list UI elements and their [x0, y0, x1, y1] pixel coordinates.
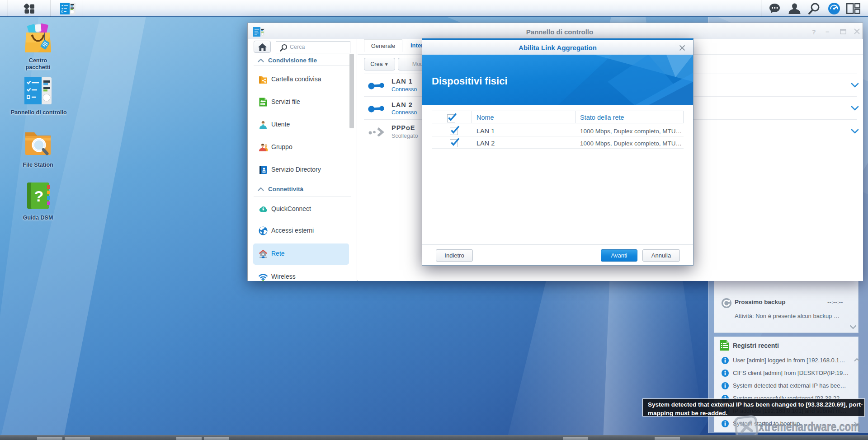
svg-text:xtremehardware.com: xtremehardware.com — [759, 420, 860, 434]
svg-text:?: ? — [34, 187, 44, 205]
svg-text:Dispositivi fisici: Dispositivi fisici — [432, 75, 508, 87]
